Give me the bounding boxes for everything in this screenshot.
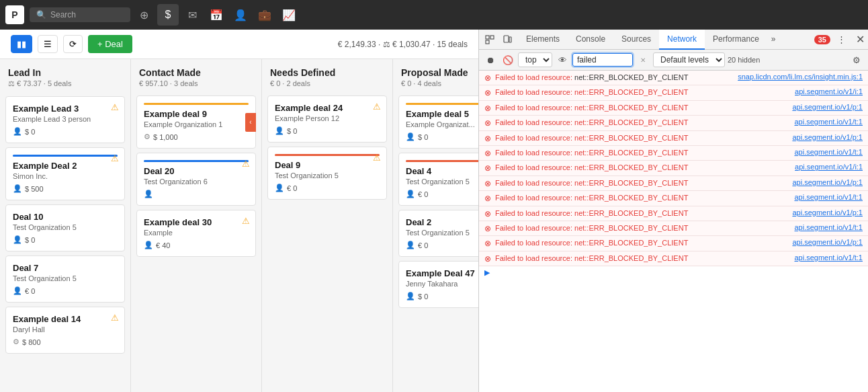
nav-target-icon[interactable]: ⊕	[133, 4, 155, 26]
error-icon: ⊗	[484, 118, 491, 128]
console-log: ⊗ Failed to load resource: net::ERR_BLOC…	[479, 71, 868, 392]
log-entry: ⊗ Failed to load resource: net::ERR_BLOC…	[479, 191, 868, 206]
tab-network[interactable]: Network	[659, 30, 705, 50]
log-source[interactable]: api.segment.io/v1/i:1	[795, 163, 863, 171]
deal-footer: ⚙ $ 800	[13, 338, 118, 346]
log-source[interactable]: api.segment.io/v1/t:1	[794, 148, 863, 156]
warning-icon: ⚠	[373, 102, 381, 112]
log-source[interactable]: api.segment.io/v1/p:1	[792, 238, 863, 246]
clear-filter-icon[interactable]: ✕	[636, 52, 650, 67]
person-icon: 👤	[144, 190, 153, 198]
deal-card[interactable]: Deal 2 Test Organization 5 👤 € 0	[398, 210, 478, 257]
log-entry: ⊗ Failed to load resource: net::ERR_BLOC…	[479, 101, 868, 116]
log-source[interactable]: snap.licdn.com/li.lm.cs/insight.min.js:1	[738, 73, 863, 81]
error-icon: ⊗	[484, 163, 491, 173]
deal-title: Example deal 9	[144, 109, 249, 119]
deal-card[interactable]: Example deal 14 Daryl Hall ⚙ $ 800 ⚠	[5, 307, 125, 354]
nav-dollar-icon[interactable]: $	[157, 4, 179, 26]
deal-title: Example Deal 2	[13, 161, 118, 171]
person-icon: ⚙	[144, 132, 150, 141]
deal-card[interactable]: Deal 20 Test Organization 6 👤 ⚠	[136, 153, 256, 206]
nav-person-icon[interactable]: 👤	[230, 4, 251, 26]
log-entry: ⊗ Failed to load resource: net::ERR_BLOC…	[479, 221, 868, 236]
color-bar	[144, 103, 249, 105]
tab-sources[interactable]: Sources	[613, 30, 659, 50]
filter-input[interactable]	[572, 53, 633, 67]
deal-amount: $ 0	[418, 292, 428, 301]
settings-icon[interactable]: ⚙	[849, 52, 864, 67]
log-message: Failed to load resource: net::ERR_BLOCKE…	[495, 208, 788, 219]
stop-recording-icon[interactable]: ⏺	[483, 52, 498, 67]
column-header-needs-defined: Needs Defined € 0 · 2 deals	[262, 59, 392, 93]
column-cards-needs-defined: Example deal 24 Example Person 12 👤 $ 0 …	[262, 93, 392, 392]
deal-org: Test Organization 5	[13, 223, 118, 231]
nav-briefcase-icon[interactable]: 💼	[254, 4, 275, 26]
deal-card[interactable]: Example deal 30 Example 👤 € 40 ⚠	[136, 210, 256, 257]
deal-amount: $ 0	[418, 133, 428, 141]
devtools-toolbar: ⏺ 🚫 top 👁 ✕ Default levels 20 hidden ⚙	[479, 50, 868, 71]
deal-title: Example deal 30	[144, 217, 249, 227]
log-source[interactable]: api.segment.io/v1/p:1	[792, 133, 863, 141]
deal-card[interactable]: Deal 7 Test Organization 5 👤 € 0	[5, 256, 125, 303]
deal-org: Example Organizat...	[406, 120, 478, 128]
scope-selector[interactable]: top	[518, 52, 552, 67]
nav-mail-icon[interactable]: ✉	[181, 4, 203, 26]
deal-card[interactable]: Deal 10 Test Organization 5 👤 $ 0	[5, 204, 125, 251]
device-toggle-icon[interactable]	[499, 32, 515, 48]
person-icon: 👤	[13, 286, 22, 295]
log-level-selector[interactable]: Default levels	[653, 52, 725, 67]
column-title: Proposal Made	[401, 67, 478, 78]
tab-performance[interactable]: Performance	[705, 30, 767, 50]
deal-card[interactable]: Deal 4 Test Organization 5 👤 € 0	[398, 153, 478, 206]
deal-amount: € 0	[287, 184, 297, 192]
clear-log-icon[interactable]: 🚫	[501, 52, 515, 67]
error-icon: ⊗	[484, 239, 491, 248]
view-settings-button[interactable]: ⟳	[63, 35, 83, 53]
error-icon-orange: ⊗	[484, 254, 491, 264]
deal-card[interactable]: Example deal 24 Example Person 12 👤 $ 0 …	[267, 95, 387, 143]
deal-card[interactable]: Example Lead 3 Example Lead 3 person 👤 $…	[5, 96, 125, 143]
log-message: Failed to load resource: net::ERR_BLOCKE…	[495, 118, 790, 128]
devtools-more: 35 ⋮ ✕	[814, 32, 868, 48]
nav-chart-icon[interactable]: 📈	[278, 4, 300, 26]
deal-card[interactable]: Example deal 9 Example Organization 1 ⚙ …	[136, 95, 256, 149]
view-list-button[interactable]: ☰	[38, 35, 58, 53]
log-source[interactable]: api.segment.io/v1/p:1	[792, 103, 863, 111]
tab-console[interactable]: Console	[568, 30, 613, 50]
log-source[interactable]: api.segment.io/v1/t:1	[794, 118, 863, 126]
error-icon: ⊗	[484, 224, 491, 233]
devtools-menu-icon[interactable]: ⋮	[833, 32, 849, 48]
log-message: Failed to load resource: net::ERR_BLOCKE…	[495, 193, 790, 203]
deal-card[interactable]: Deal 9 Test Organization 5 👤 € 0 ⚠	[267, 147, 387, 200]
person-icon: 👤	[406, 132, 415, 141]
search-box[interactable]: 🔍 Search	[30, 7, 130, 22]
eye-icon[interactable]: 👁	[555, 52, 570, 67]
add-deal-button[interactable]: + Deal	[88, 35, 132, 53]
deal-card[interactable]: Example Deal 47 Jenny Takahara 👤 $ 0	[398, 261, 478, 308]
inspect-element-icon[interactable]	[482, 32, 498, 48]
tab-more[interactable]: »	[767, 30, 780, 50]
person-icon: 👤	[13, 184, 22, 193]
devtools-tabs: Elements Console Sources Network Perform…	[479, 30, 868, 50]
deal-card[interactable]: Example Deal 2 Simon Inc. 👤 $ 500 ⚠	[5, 147, 125, 200]
tab-elements[interactable]: Elements	[518, 30, 568, 50]
app-logo[interactable]: P	[5, 5, 24, 24]
log-expand-arrow[interactable]: ▶	[479, 266, 868, 279]
color-bar	[144, 160, 249, 162]
log-message: Failed to load resource: net::ERR_BLOCKE…	[495, 73, 734, 83]
error-icon: ⊗	[484, 88, 491, 97]
log-source[interactable]: api.segment.io/v1/t:1	[794, 193, 863, 201]
log-source[interactable]: api.segment.io/v1/p:1	[792, 208, 863, 217]
log-source[interactable]: api.segment.io/v1/t:1	[794, 223, 863, 231]
color-bar	[406, 103, 478, 105]
log-source[interactable]: api.segment.io/v1/p:1	[792, 178, 863, 186]
log-source[interactable]: api.segment.io/v1/i:1	[795, 87, 863, 95]
view-kanban-button[interactable]: ▮▮	[11, 35, 32, 53]
deal-card[interactable]: Example deal 5 Example Organizat... 👤 $ …	[398, 95, 478, 149]
log-source[interactable]: api.segment.io/v1/t:1	[794, 253, 863, 262]
deal-org: Test Organization 5	[13, 274, 118, 282]
devtools-close-button[interactable]: ✕	[852, 32, 868, 48]
error-icon: ⊗	[484, 149, 491, 158]
deal-footer: 👤 $ 500	[13, 184, 118, 193]
nav-calendar-icon[interactable]: 📅	[206, 4, 227, 26]
